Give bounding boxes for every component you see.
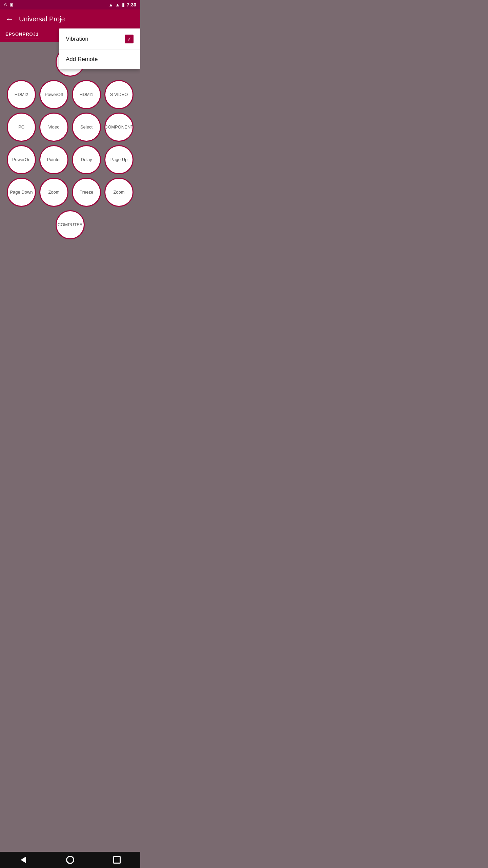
back-button[interactable]: ← xyxy=(5,14,14,24)
button-pagedown[interactable]: Page Down xyxy=(7,178,36,207)
button-row-5: COMPUTER xyxy=(56,210,85,239)
button-row-2: PC Video Select COMPONENT xyxy=(7,113,134,142)
remote-content: EXIT HDMI2 PowerOff HDMI1 S VIDEO PC Vid… xyxy=(0,42,140,261)
button-hdmi2[interactable]: HDMI2 xyxy=(7,80,36,109)
dropdown-add-remote[interactable]: Add Remote xyxy=(59,50,140,69)
button-component[interactable]: COMPONENT xyxy=(104,113,134,142)
button-pageup[interactable]: Page Up xyxy=(104,145,134,174)
app-title: Universal Proje xyxy=(19,15,135,23)
time-display: 7:30 xyxy=(127,2,136,7)
app-bar: ← Universal Proje xyxy=(0,9,140,28)
page-wrapper: ⊙ ▣ ▲ ▲ ▮ 7:30 ← Universal Proje EPSONPR… xyxy=(0,0,140,261)
button-zoom1[interactable]: Zoom xyxy=(39,178,68,207)
button-hdmi1[interactable]: HDMI1 xyxy=(72,80,101,109)
button-video[interactable]: Video xyxy=(39,113,68,142)
sim-icon: ▣ xyxy=(9,2,13,7)
button-delay[interactable]: Delay xyxy=(72,145,101,174)
add-remote-label: Add Remote xyxy=(66,56,98,63)
button-zoom2[interactable]: Zoom xyxy=(104,178,134,207)
vibration-checkbox[interactable]: ✓ xyxy=(125,35,134,43)
status-right: ▲ ▲ ▮ 7:30 xyxy=(108,2,136,7)
tab-epsonproj1[interactable]: EPSONPROJ1 xyxy=(5,32,39,39)
status-left: ⊙ ▣ xyxy=(4,2,13,7)
battery-icon: ▮ xyxy=(122,2,125,7)
button-freeze[interactable]: Freeze xyxy=(72,178,101,207)
button-row-3: PowerOn Pointer Delay Page Up xyxy=(7,145,134,174)
button-select[interactable]: Select xyxy=(72,113,101,142)
signal-icon: ▲ xyxy=(115,2,120,7)
button-computer[interactable]: COMPUTER xyxy=(56,210,85,239)
button-row-4: Page Down Zoom Freeze Zoom xyxy=(7,178,134,207)
dropdown-vibration[interactable]: Vibration ✓ xyxy=(59,28,140,50)
button-poweroff[interactable]: PowerOff xyxy=(39,80,68,109)
button-row-1: HDMI2 PowerOff HDMI1 S VIDEO xyxy=(7,80,134,109)
dropdown-menu: Vibration ✓ Add Remote xyxy=(59,28,140,69)
button-poweron[interactable]: PowerOn xyxy=(7,145,36,174)
button-pointer[interactable]: Pointer xyxy=(39,145,68,174)
button-svideo[interactable]: S VIDEO xyxy=(104,80,134,109)
vibration-label: Vibration xyxy=(66,36,88,42)
wifi-icon: ▲ xyxy=(108,2,113,7)
status-bar: ⊙ ▣ ▲ ▲ ▮ 7:30 xyxy=(0,0,140,9)
button-pc[interactable]: PC xyxy=(7,113,36,142)
notification-icon: ⊙ xyxy=(4,2,7,7)
